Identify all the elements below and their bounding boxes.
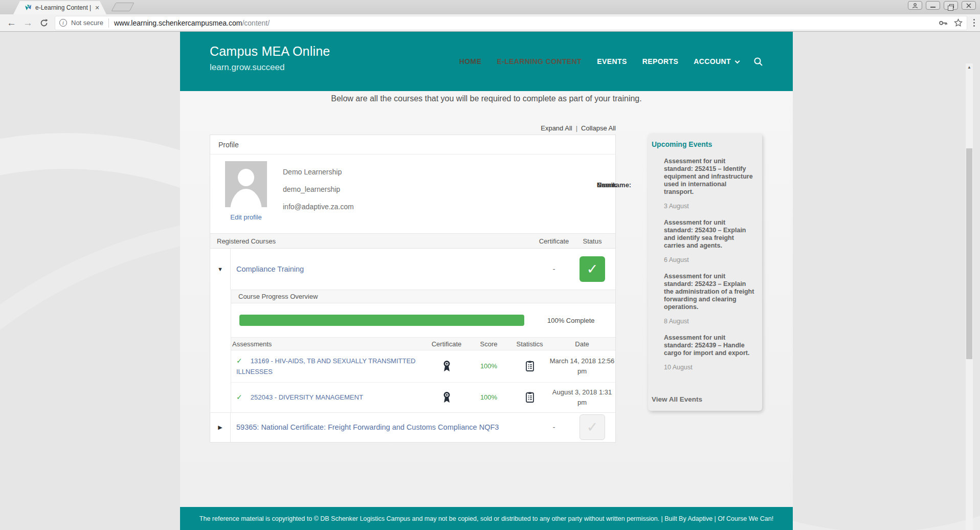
content-row: Profile Edit profile Name:Demo Learnersh… — [180, 135, 793, 443]
upcoming-events-card: Upcoming Events Assessment for unit stan… — [648, 134, 762, 411]
tab-title: e-Learning Content | Cam — [35, 4, 93, 11]
assessments-certificate-header: Certificate — [426, 340, 467, 348]
nav-reports[interactable]: REPORTS — [642, 57, 678, 65]
username-value: demo_learnership — [283, 185, 340, 193]
event-text: Assessment for unit standard: 252439 – H… — [664, 334, 755, 357]
new-tab-button[interactable] — [111, 3, 134, 11]
nav-account[interactable]: ACCOUNT — [694, 57, 738, 65]
scroll-up-icon[interactable]: ▲ — [966, 65, 973, 70]
chevron-down-icon — [735, 58, 740, 63]
assessments-score-header: Score — [467, 340, 510, 348]
browser-chrome: e-Learning Content | Cam ✕ ← → — [0, 0, 980, 32]
course-row-compliance-training: ▼ Compliance Training - ✓ — [210, 249, 615, 290]
site-tagline: learn.grow.succeed — [210, 62, 330, 73]
assessment-link[interactable]: 13169 - HIV-AIDS, TB AND SEXUALLY TRANSM… — [236, 357, 415, 376]
upcoming-events-title: Upcoming Events — [652, 140, 758, 148]
assessment-link[interactable]: 252043 - DIVERSITY MANAGEMENT — [251, 393, 363, 401]
url-path: /content/ — [242, 19, 270, 27]
site-title: Campus MEA Online — [210, 44, 330, 59]
favicon-icon — [25, 4, 32, 11]
assessment-date: March 14, 2018 12:56 pm — [549, 356, 615, 377]
assessment-row: ✓13169 - HIV-AIDS, TB AND SEXUALLY TRANS… — [231, 350, 615, 383]
info-icon[interactable]: i — [59, 19, 67, 27]
event-item[interactable]: Assessment for unit standard: 252423 – E… — [664, 273, 755, 325]
assessment-date: August 3, 2018 1:31 pm — [549, 387, 615, 408]
course-certificate-value: - — [539, 265, 569, 273]
key-icon[interactable] — [939, 20, 948, 26]
event-item[interactable]: Assessment for unit standard: 252439 – H… — [664, 334, 755, 371]
back-icon[interactable]: ← — [7, 18, 16, 28]
edit-profile-link[interactable]: Edit profile — [225, 213, 267, 221]
name-value: Demo Learnership — [283, 168, 342, 176]
event-date: 8 August — [664, 318, 755, 325]
main-nav: HOME E-LEARNING CONTENT EVENTS REPORTS A… — [459, 32, 763, 91]
close-button[interactable] — [962, 1, 976, 10]
view-all-events-link[interactable]: View All Events — [652, 395, 702, 403]
footer-text: The reference material is copyrighted to… — [199, 515, 773, 522]
assessments-title: Assessments — [231, 340, 426, 348]
restore-button[interactable] — [944, 1, 958, 10]
event-text: Assessment for unit standard: 252423 – E… — [664, 273, 755, 311]
security-label[interactable]: Not secure — [71, 19, 103, 27]
event-date: 3 August — [664, 203, 755, 210]
statistics-clipboard-icon[interactable] — [510, 361, 549, 371]
event-item[interactable]: Assessment for unit standard: 252415 – I… — [664, 158, 755, 210]
bookmark-star-icon[interactable] — [954, 18, 963, 27]
certificate-ribbon-icon[interactable] — [426, 360, 467, 372]
progress-label: 100% Complete — [547, 317, 595, 324]
progress-row: 100% Complete — [231, 303, 615, 337]
collapse-all-link[interactable]: Collapse All — [581, 124, 616, 132]
course-link-compliance-training[interactable]: Compliance Training — [231, 265, 539, 273]
course-link-national-certificate[interactable]: 59365: National Certificate: Freight For… — [231, 423, 539, 431]
screen: e-Learning Content | Cam ✕ ← → — [0, 0, 980, 530]
browser-menu-icon[interactable] — [973, 19, 975, 27]
address-bar[interactable]: i Not secure www.learning.schenkercampus… — [55, 16, 967, 30]
status-complete-badge: ✓ — [580, 256, 605, 282]
url-domain: www.learning.schenkercampusmea.com — [114, 19, 242, 27]
email-value: info@adaptive.za.com — [283, 203, 354, 211]
course-row-national-certificate: ▶ 59365: National Certificate: Freight F… — [210, 412, 615, 442]
assessment-score: 100% — [467, 393, 510, 401]
certificate-column-header: Certificate — [539, 237, 569, 245]
event-item[interactable]: Assessment for unit standard: 252430 – E… — [664, 219, 755, 263]
site-header: Campus MEA Online learn.grow.succeed HOM… — [180, 32, 793, 91]
refresh-icon[interactable] — [39, 18, 49, 28]
close-tab-icon[interactable]: ✕ — [93, 4, 101, 12]
expand-collapse-controls: Expand All|Collapse All — [210, 124, 616, 132]
assessments-header: Assessments Certificate Score Statistics… — [231, 337, 615, 350]
scrollbar-thumb[interactable] — [966, 148, 972, 359]
minimize-button[interactable] — [926, 1, 940, 10]
nav-home[interactable]: HOME — [459, 57, 482, 65]
check-icon: ✓ — [236, 393, 242, 401]
profile-section-title: Profile — [210, 135, 615, 154]
nav-account-label: ACCOUNT — [694, 57, 731, 65]
registered-courses-header: Registered Courses Certificate Status — [210, 233, 615, 249]
nav-elearning-content[interactable]: E-LEARNING CONTENT — [497, 57, 582, 65]
certificate-ribbon-icon[interactable] — [426, 391, 467, 403]
page-scrollbar[interactable]: ▲ ▼ — [966, 63, 973, 530]
search-icon[interactable] — [753, 57, 763, 67]
page-viewport: Campus MEA Online learn.grow.succeed HOM… — [0, 32, 973, 530]
site-logo[interactable]: Campus MEA Online learn.grow.succeed — [210, 44, 330, 73]
browser-profile-icon[interactable] — [908, 1, 922, 10]
collapse-course-icon[interactable]: ▼ — [210, 249, 231, 290]
status-column-header: Status — [569, 237, 615, 245]
email-label: Email: — [597, 181, 617, 189]
forward-icon[interactable]: → — [23, 18, 33, 28]
expand-course-icon[interactable]: ▶ — [210, 413, 231, 442]
profile-courses-card: Profile Edit profile Name:Demo Learnersh… — [210, 135, 616, 443]
statistics-clipboard-icon[interactable] — [510, 392, 549, 403]
event-date: 10 August — [664, 364, 755, 371]
url-text[interactable]: www.learning.schenkercampusmea.com/conte… — [114, 19, 935, 27]
event-text: Assessment for unit standard: 252415 – I… — [664, 158, 755, 196]
expand-all-link[interactable]: Expand All — [541, 124, 572, 132]
site-footer: The reference material is copyrighted to… — [180, 507, 793, 530]
browser-toolbar: ← → i Not secure www.learning.schenkerca… — [0, 14, 980, 32]
profile-body: Edit profile Name:Demo Learnership Usern… — [210, 154, 615, 233]
tab-strip: e-Learning Content | Cam ✕ — [0, 0, 980, 14]
assessment-score: 100% — [467, 362, 510, 370]
browser-tab[interactable]: e-Learning Content | Cam ✕ — [13, 1, 106, 14]
expand-collapse-separator: | — [576, 124, 577, 132]
status-incomplete-badge: ✓ — [580, 414, 605, 440]
nav-events[interactable]: EVENTS — [597, 57, 627, 65]
